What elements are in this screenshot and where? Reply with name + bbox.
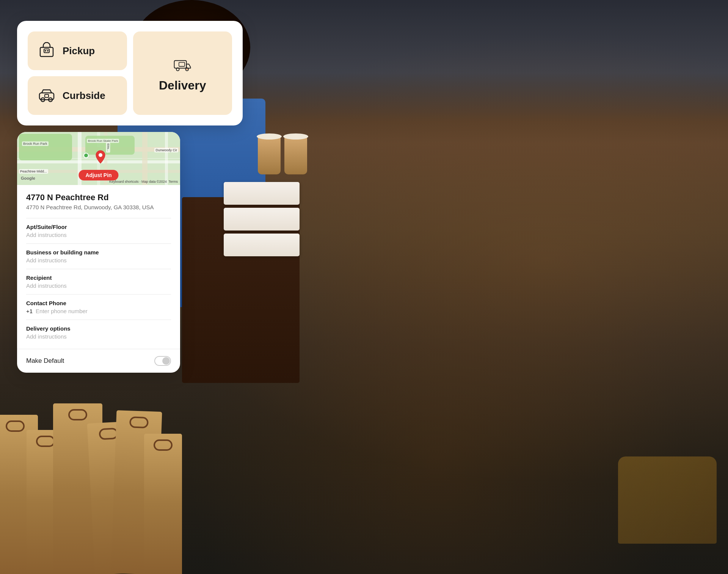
map-pin xyxy=(95,150,106,165)
curbside-label: Curbside xyxy=(63,90,105,102)
svg-rect-12 xyxy=(45,94,49,97)
card-order-type: Pickup Delivery xyxy=(17,21,243,125)
address-sub: 4770 N Peachtree Rd, Dunwoody, GA 30338,… xyxy=(26,204,171,210)
street-label-2: Peachtree Midd... xyxy=(19,169,48,174)
toggle-thumb xyxy=(162,357,170,365)
make-default-row: Make Default xyxy=(17,349,180,373)
road-v-4 xyxy=(165,132,168,185)
curbside-option[interactable]: Curbside xyxy=(28,76,127,115)
phone-row: +1 Enter phone number xyxy=(26,308,171,314)
apt-field: Apt/Suite/Floor Add instructions xyxy=(26,218,171,243)
road-v-3 xyxy=(142,132,147,185)
map-area: Brook Run Park Brook Run Skate Park Dunw… xyxy=(17,132,180,185)
pickup-label: Pickup xyxy=(63,45,95,57)
delivery-icon xyxy=(173,54,192,74)
form-content: 4770 N Peachtree Rd 4770 N Peachtree Rd,… xyxy=(17,185,180,349)
recipient-field: Recipient Add instructions xyxy=(26,269,171,294)
order-options-grid: Pickup Delivery xyxy=(28,31,232,115)
contact-phone-field: Contact Phone +1 Enter phone number xyxy=(26,294,171,320)
contact-phone-label: Contact Phone xyxy=(26,300,171,306)
apt-label: Apt/Suite/Floor xyxy=(26,224,171,230)
park-label-1: Brook Run Park xyxy=(22,141,49,146)
make-default-label: Make Default xyxy=(26,357,64,365)
delivery-options-label: Delivery options xyxy=(26,325,171,332)
make-default-toggle[interactable] xyxy=(154,356,171,366)
svg-point-13 xyxy=(99,153,102,157)
street-label-1: Dunwoody Cir xyxy=(154,148,178,152)
building-field: Business or building name Add instructio… xyxy=(26,243,171,269)
park-1: Brook Run Park xyxy=(19,134,72,160)
address-main: 4770 N Peachtree Rd xyxy=(26,193,171,202)
apt-input[interactable]: Add instructions xyxy=(26,232,171,238)
delivery-option[interactable]: Delivery xyxy=(133,31,232,115)
pickup-icon xyxy=(37,41,56,61)
svg-point-3 xyxy=(47,50,49,52)
country-code[interactable]: +1 xyxy=(26,308,33,314)
phone-input[interactable]: Enter phone number xyxy=(36,308,88,314)
svg-point-7 xyxy=(187,69,188,70)
delivery-label: Delivery xyxy=(159,78,206,93)
pickup-option[interactable]: Pickup xyxy=(28,31,127,70)
adjust-pin-button[interactable]: Adjust Pin xyxy=(78,170,118,180)
map-attribution: Keyboard shortcuts · Map data ©2024 Term… xyxy=(109,180,178,183)
recipient-label: Recipient xyxy=(26,274,171,281)
curbside-icon xyxy=(37,86,56,105)
recipient-input[interactable]: Add instructions xyxy=(26,282,171,289)
building-input[interactable]: Add instructions xyxy=(26,257,171,263)
svg-point-2 xyxy=(45,50,46,52)
street-label-3: Ellis... xyxy=(106,143,110,153)
delivery-options-field: Delivery options Add instructions xyxy=(26,320,171,345)
building-label: Business or building name xyxy=(26,249,171,256)
delivery-options-input[interactable]: Add instructions xyxy=(26,333,171,340)
svg-rect-8 xyxy=(179,62,185,66)
food-containers xyxy=(212,136,318,288)
google-branding: Google xyxy=(21,176,35,180)
park-label-2: Brook Run Skate Park xyxy=(87,139,119,143)
map-origin-dot xyxy=(83,153,89,158)
card-delivery-form: Brook Run Park Brook Run Skate Park Dunw… xyxy=(17,132,180,373)
